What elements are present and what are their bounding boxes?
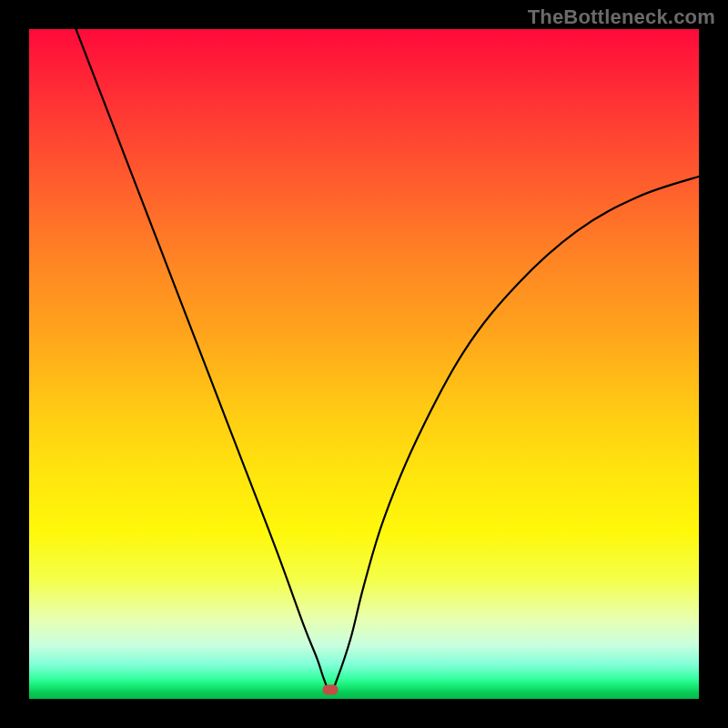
optimum-marker — [323, 685, 339, 695]
curve-svg — [29, 29, 699, 699]
bottleneck-curve-path — [76, 29, 699, 693]
watermark-text: TheBottleneck.com — [528, 5, 715, 29]
chart-frame: TheBottleneck.com — [0, 0, 728, 728]
plot-area — [29, 29, 699, 699]
